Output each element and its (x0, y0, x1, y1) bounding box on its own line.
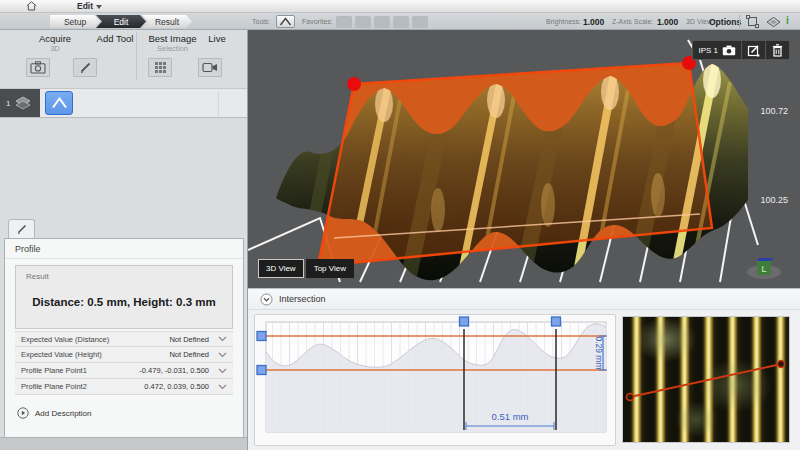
edit-box-icon (747, 44, 760, 57)
orientation-gizmo[interactable]: L (742, 255, 786, 287)
row-value: -0.479, -0.031, 0.500 (139, 366, 209, 375)
profile-chart[interactable]: 0.51 mm 0.29 mm (256, 316, 614, 444)
layer-row-divider (218, 92, 219, 116)
row-plane-point1[interactable]: Profile Plane Point1 -0.479, -0.031, 0.5… (15, 363, 233, 379)
profile-chart-card: 0.51 mm 0.29 mm (254, 314, 616, 446)
plane-3d-icon (766, 16, 781, 28)
plane-view-button[interactable] (765, 15, 781, 28)
section-endpoint-left[interactable] (627, 394, 634, 401)
result-box: Result Distance: 0.5 mm, Height: 0.3 mm (15, 265, 233, 329)
profile-tool-button[interactable] (276, 15, 295, 28)
profile-location-overlay (623, 317, 789, 442)
application-window: Edit Setup Edit Result Tools: Favorites:… (0, 0, 800, 450)
home-icon (26, 1, 37, 11)
pencil-icon (79, 61, 92, 74)
profile-tool-selected[interactable] (45, 91, 73, 115)
add-tool-button[interactable] (73, 58, 97, 77)
ips-snapshot-button[interactable]: IPS 1 (692, 40, 742, 60)
add-description-button[interactable]: Add Description (17, 407, 91, 419)
row-plane-point2[interactable]: Profile Plane Point2 0.472, 0.039, 0.500 (15, 379, 233, 395)
acquire-subtitle: 3D (15, 44, 95, 53)
result-value: Distance: 0.5 mm, Height: 0.3 mm (16, 296, 232, 308)
favorite-slot-5[interactable] (412, 16, 428, 28)
best-image-subtitle: Selection (130, 44, 215, 53)
plane-handle-left[interactable] (347, 77, 361, 91)
main-toolbar: Setup Edit Result Tools: Favorites: Brig… (0, 13, 800, 30)
result-label: Result (26, 272, 49, 281)
intersection-header[interactable]: Intersection (248, 289, 800, 310)
zaxis-scale-value[interactable]: 1.000 (657, 17, 678, 27)
view3d-options-button[interactable]: Options (709, 17, 741, 27)
video-camera-icon (202, 62, 218, 73)
viewport-3d[interactable]: IPS 1 (248, 30, 800, 288)
workflow-tabs: Setup Edit Result (50, 15, 192, 28)
distance-handle-right[interactable] (552, 317, 561, 326)
chevron-down-icon[interactable] (218, 384, 227, 390)
fit-frame-button[interactable] (744, 15, 760, 28)
best-image-selection-button[interactable] (148, 58, 172, 77)
grid-icon (154, 61, 167, 74)
chevron-down-icon[interactable] (218, 352, 227, 358)
chevron-down-icon[interactable] (218, 368, 227, 374)
row-expected-distance[interactable]: Expected Value (Distance) Not Defined (15, 331, 233, 347)
layers-icon (15, 96, 31, 110)
view-mode-buttons: 3D View Top View (258, 259, 354, 278)
acquire-3d-button[interactable] (26, 58, 50, 77)
favorite-slot-4[interactable] (393, 16, 409, 28)
tab-result[interactable]: Result (142, 15, 192, 28)
tab-edit[interactable]: Edit (96, 15, 146, 28)
workspace-menu-label: Edit (77, 1, 93, 11)
profile-section-line[interactable] (630, 364, 781, 397)
chevron-down-icon[interactable] (218, 336, 227, 342)
top-view-thumbnail[interactable] (622, 316, 790, 443)
row-expected-height[interactable]: Expected Value (Height) Not Defined (15, 347, 233, 363)
layer-list: 1 (0, 88, 247, 118)
intersection-title: Intersection (279, 294, 326, 304)
live-button[interactable] (198, 58, 222, 77)
tab-setup[interactable]: Setup (50, 15, 100, 28)
layer-number: 1 (6, 99, 10, 108)
favorite-slot-3[interactable] (374, 16, 390, 28)
info-button[interactable]: i (786, 15, 789, 26)
favorite-slot-1[interactable] (336, 16, 352, 28)
row-value: Not Defined (169, 350, 209, 359)
collapse-icon[interactable] (260, 293, 273, 306)
distance-value-label: 0.51 mm (492, 411, 529, 422)
edit-annotation-button[interactable] (742, 40, 766, 60)
height-handle-upper[interactable] (257, 332, 266, 341)
chart-gridlines-overlay (266, 322, 606, 432)
brightness-label: Brightness: (546, 18, 581, 25)
workspace-menu[interactable]: Edit (77, 1, 102, 11)
left-panel: Acquire 3D Add Tool Best Image Selection… (0, 30, 248, 450)
distance-handle-left[interactable] (460, 317, 469, 326)
view-3d-button[interactable]: 3D View (258, 259, 304, 278)
height-value-label: 0.29 mm (594, 336, 604, 369)
delete-button[interactable] (766, 40, 790, 60)
fit-frame-icon (746, 15, 759, 28)
row-label: Profile Plane Point1 (21, 366, 139, 375)
row-label: Profile Plane Point2 (21, 382, 144, 391)
home-button[interactable] (26, 1, 37, 11)
tools-label: Tools: (252, 18, 270, 25)
svg-text:L: L (761, 264, 766, 274)
edit-properties-tab[interactable] (8, 219, 35, 238)
favorite-slot-2[interactable] (355, 16, 371, 28)
live-title: Live (193, 33, 241, 44)
title-bar: Edit (0, 0, 800, 13)
toolbar-separator (739, 15, 740, 28)
section-endpoint-right[interactable] (778, 361, 785, 368)
profile-panel: Profile Result Distance: 0.5 mm, Height:… (4, 238, 244, 438)
height-handle-lower[interactable] (257, 366, 266, 375)
expand-right-icon (17, 407, 29, 419)
view-top-button[interactable]: Top View (306, 259, 354, 278)
layer-item-1[interactable]: 1 (0, 89, 40, 117)
profile-panel-title: Profile (15, 244, 41, 254)
profile-parameter-rows: Expected Value (Distance) Not Defined Ex… (15, 331, 233, 395)
camera-icon (30, 61, 46, 74)
divider (5, 258, 243, 259)
orientation-cube-icon: L (742, 255, 786, 283)
chevron-down-icon (96, 5, 102, 9)
camera-icon (722, 45, 736, 56)
brightness-value[interactable]: 1.000 (583, 17, 604, 27)
trash-icon (772, 44, 783, 57)
